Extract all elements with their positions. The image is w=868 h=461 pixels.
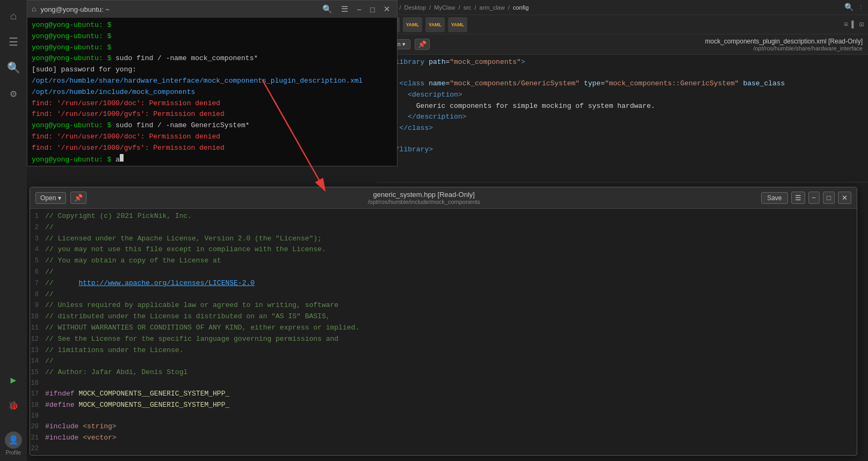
term-line-12: find: '/run/user/1000/gvfs': Permission …	[32, 143, 393, 154]
hpp-line-20: 20 #include <string>	[30, 421, 857, 433]
hpp-line-11: 11 // WITHOUT WARRANTIES OR CONDITIONS O…	[30, 323, 857, 334]
terminal-close-btn[interactable]: ✕	[381, 3, 393, 15]
hpp-file-title: generic_system.hpp [Read-Only]	[86, 191, 761, 199]
xml-line-4: 4 <description>	[376, 90, 868, 101]
hpp-line-22: 22	[30, 444, 857, 454]
term-line-3: yong@yong-ubuntu: $	[32, 42, 393, 54]
sidebar: ⌂ ☰ 🔍 ⚙ ▶ 🐞 👤 Profile	[0, 0, 27, 461]
xml-toolbar: Open ▾ 📌 mock_components_plugin_descript…	[376, 34, 868, 55]
xml-line-7: 7 </class>	[376, 123, 868, 134]
yaml-tab-3[interactable]: YAML	[425, 17, 445, 32]
hpp-line-17: 17 #ifndef MOCK_COMPONENTS__GENERIC_SYST…	[30, 389, 857, 400]
hpp-menu-btn[interactable]: ☰	[791, 192, 805, 204]
xml-format-icon[interactable]: ≡	[844, 20, 848, 29]
term-line-5: [sudo] password for yong:	[32, 64, 393, 76]
term-line-10: yong@yong-ubuntu: $ sudo find / -name Ge…	[32, 120, 393, 131]
term-line-7: /opt/ros/humble/include/mock_components	[32, 87, 393, 98]
sidebar-icon-files[interactable]: ☰	[3, 31, 24, 53]
term-line-2: yong@yong-ubuntu: $	[32, 31, 393, 42]
term-line-8: find: '/run/user/1000/doc': Permission d…	[32, 98, 393, 109]
hpp-line-18: 18 #define MOCK_COMPONENTS__GENERIC_SYST…	[30, 400, 857, 411]
hpp-save-btn[interactable]: Save	[761, 192, 787, 204]
profile-label: Profile	[6, 450, 21, 456]
terminal-title-left: ⌂ yong@yong-ubuntu: ~	[32, 5, 110, 13]
terminal-controls: 🔍 ☰ − □ ✕	[320, 3, 393, 15]
hpp-line-5: 5 // You may obtain a copy of the Licens…	[30, 255, 857, 267]
hpp-line-19: 19	[30, 411, 857, 421]
hpp-line-4: 4 // you may not use this file except in…	[30, 244, 857, 255]
term-line-4: yong@yong-ubuntu: $ sudo find / -name mo…	[32, 53, 393, 64]
term-line-11: find: '/run/user/1000/doc': Permission d…	[32, 131, 393, 143]
terminal-icon: ⌂	[32, 5, 36, 13]
hpp-titlebar: Open ▾ 📌 generic_system.hpp [Read-Only] …	[30, 187, 857, 209]
hpp-file-subtitle: /opt/ros/humble/include/mock_components	[86, 199, 761, 205]
hpp-line-1: 1 // Copyright (c) 2021 PickNik, Inc.	[30, 211, 857, 222]
sidebar-icon-run[interactable]: ▶	[3, 369, 24, 391]
terminal-content[interactable]: yong@yong-ubuntu: $ yong@yong-ubuntu: $ …	[27, 18, 397, 166]
xml-line-8: 8	[376, 134, 868, 144]
yaml-tab-4[interactable]: YAML	[448, 17, 467, 32]
hpp-toolbar-right: Save ☰ − □ ✕	[761, 192, 851, 204]
hpp-line-9: 9 // Unless required by applicable law o…	[30, 300, 857, 311]
xml-line-5: 5 Generic components for simple mocking …	[376, 101, 868, 112]
xml-tabs-row: YAML YAML YAML YAML ≡ ▌ ⊡	[376, 15, 868, 34]
xml-line-info: ⋮	[858, 4, 864, 11]
xml-grid-icon[interactable]: ⊡	[859, 20, 864, 29]
hpp-line-10: 10 // distributed under the License is d…	[30, 311, 857, 323]
terminal-title-text: yong@yong-ubuntu: ~	[40, 5, 109, 13]
xml-line-9: 9 </library>	[376, 144, 868, 156]
xml-pin-btn[interactable]: 📌	[415, 39, 430, 50]
term-line-9: find: '/run/user/1000/gvfs': Permission …	[32, 109, 393, 120]
sidebar-icon-debug[interactable]: 🐞	[3, 395, 24, 416]
term-line-1: yong@yong-ubuntu: $	[32, 20, 393, 31]
hpp-line-23: 23 #include "hardware_interface/handle.h…	[30, 454, 857, 455]
hpp-close-btn[interactable]: ✕	[838, 192, 851, 204]
xml-line-2: 2	[376, 68, 868, 78]
sidebar-icon-home[interactable]: ⌂	[3, 5, 24, 27]
terminal-window: ⌂ yong@yong-ubuntu: ~ 🔍 ☰ − □ ✕ yong@yon…	[27, 0, 397, 166]
hpp-minimize-btn[interactable]: −	[808, 192, 820, 204]
hpp-code-content[interactable]: 1 // Copyright (c) 2021 PickNik, Inc. 2 …	[30, 209, 857, 455]
hpp-toolbar-left: Open ▾ 📌	[35, 192, 86, 204]
terminal-minimize-btn[interactable]: −	[355, 4, 364, 15]
hpp-editor: Open ▾ 📌 generic_system.hpp [Read-Only] …	[30, 187, 857, 456]
term-line-6: /opt/ros/humble/share/hardware_interface…	[32, 76, 393, 87]
xml-breadcrumb-bar: Home / Desktop / MyClaw / src / arm_claw…	[376, 0, 868, 15]
hpp-line-16: 16	[30, 378, 857, 389]
xml-line-1: 1 <library path="mock_components">	[376, 57, 868, 68]
license-link[interactable]: http://www.apache.org/licenses/LICENSE-2…	[78, 279, 255, 287]
xml-line-3: 3 <class name="mock_components/GenericSy…	[376, 78, 868, 90]
terminal-maximize-btn[interactable]: □	[368, 4, 377, 15]
hpp-open-btn[interactable]: Open ▾	[35, 192, 66, 204]
xml-editor: Home / Desktop / MyClaw / src / arm_claw…	[376, 0, 868, 182]
hpp-maximize-btn[interactable]: □	[823, 192, 835, 204]
xml-split-icon[interactable]: ▌	[851, 20, 856, 29]
terminal-menu-btn[interactable]: ☰	[339, 3, 350, 15]
hpp-line-3: 3 // Licensed under the Apache License, …	[30, 233, 857, 245]
avatar[interactable]: 👤	[5, 431, 22, 449]
term-line-13: yong@yong-ubuntu: $ a	[32, 154, 393, 166]
hpp-line-12: 12 // See the License for the specific l…	[30, 334, 857, 345]
hpp-line-15: 15 // Author: Jafar Abdi, Denis Stogl	[30, 367, 857, 378]
breadcrumb-text: Home / Desktop / MyClaw / src / arm_claw…	[380, 4, 529, 11]
yaml-tab-2[interactable]: YAML	[403, 17, 422, 32]
terminal-search-btn[interactable]: 🔍	[320, 3, 335, 15]
xml-file-title: mock_components_plugin_description.xml […	[434, 38, 863, 45]
xml-search-icon[interactable]: 🔍	[844, 3, 853, 12]
hpp-title-center: generic_system.hpp [Read-Only] /opt/ros/…	[86, 191, 761, 205]
sidebar-icon-search[interactable]: 🔍	[3, 57, 24, 78]
hpp-line-14: 14 //	[30, 356, 857, 367]
hpp-line-13: 13 // limitations under the License.	[30, 345, 857, 356]
hpp-pin-btn[interactable]: 📌	[70, 192, 86, 204]
hpp-line-6: 6 //	[30, 267, 857, 278]
xml-file-subtitle: /opt/ros/humble/share/hardware_interface	[434, 45, 863, 52]
hpp-line-21: 21 #include <vector>	[30, 433, 857, 444]
hpp-line-2: 2 //	[30, 222, 857, 233]
xml-line-6: 6 </description>	[376, 112, 868, 123]
hpp-line-8: 8 //	[30, 289, 857, 301]
xml-code-content[interactable]: 1 <library path="mock_components"> 2 3 <…	[376, 55, 868, 182]
hpp-line-7: 7 // http://www.apache.org/licenses/LICE…	[30, 278, 857, 289]
terminal-titlebar: ⌂ yong@yong-ubuntu: ~ 🔍 ☰ − □ ✕	[27, 1, 397, 18]
sidebar-icon-settings[interactable]: ⚙	[3, 83, 24, 104]
